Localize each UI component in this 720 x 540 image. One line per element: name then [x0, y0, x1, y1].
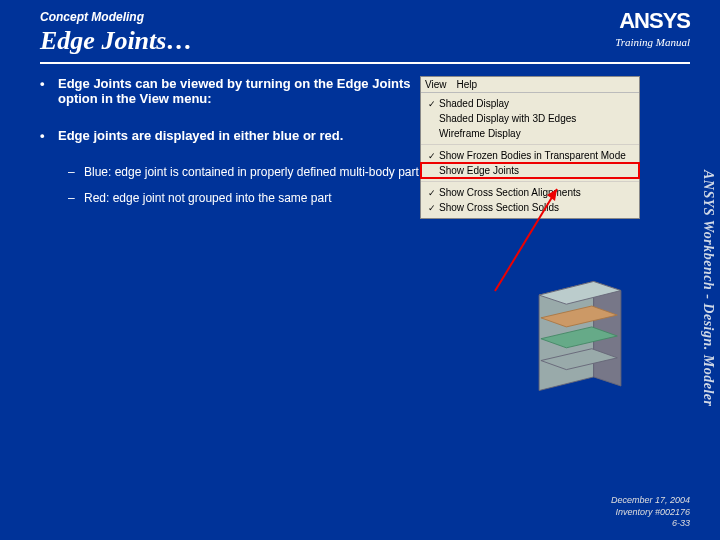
content: • Edge Joints can be viewed by turning o… [0, 64, 720, 219]
text-column: • Edge Joints can be viewed by turning o… [40, 76, 420, 219]
bullet-text: Edge joints are displayed in either blue… [58, 128, 343, 143]
check-icon: ✓ [425, 188, 439, 198]
svg-marker-1 [547, 189, 557, 201]
menu-item: ✓Shaded Display [421, 96, 639, 111]
bullet-dot: • [40, 128, 58, 143]
sub-2: – Red: edge joint not grouped into the s… [68, 191, 420, 205]
ansys-logo: ANSYS [615, 8, 690, 34]
menu-section: ✓Shaded Display Shaded Display with 3D E… [421, 93, 639, 145]
footer-page: 6-33 [611, 518, 690, 530]
training-label: Training Manual [615, 36, 690, 48]
shelf-3d-figure [530, 276, 630, 396]
menubar: View Help [421, 77, 639, 93]
sub-text: Red: edge joint not grouped into the sam… [84, 191, 332, 205]
figure-column: View Help ✓Shaded Display Shaded Display… [420, 76, 685, 219]
footer: December 17, 2004 Inventory #002176 6-33 [611, 495, 690, 530]
slide-title: Edge Joints… [40, 26, 680, 56]
footer-inventory: Inventory #002176 [611, 507, 690, 519]
slide-header: Concept Modeling Edge Joints… ANSYS Trai… [0, 0, 720, 56]
bullet-dot: • [40, 76, 58, 106]
menu-section: ✓Show Frozen Bodies in Transparent Mode … [421, 145, 639, 182]
check-icon: ✓ [425, 151, 439, 161]
logo-block: ANSYS Training Manual [615, 8, 690, 48]
check-icon: ✓ [425, 203, 439, 213]
footer-date: December 17, 2004 [611, 495, 690, 507]
menu-item: ✓Show Frozen Bodies in Transparent Mode [421, 148, 639, 163]
menu-view: View [425, 79, 447, 90]
menu-help: Help [457, 79, 478, 90]
sub-text: Blue: edge joint is contained in properl… [84, 165, 419, 179]
supertitle: Concept Modeling [40, 10, 680, 24]
menu-item-highlighted: Show Edge Joints [421, 163, 639, 178]
check-icon: ✓ [425, 99, 439, 109]
menu-item: Shaded Display with 3D Edges [421, 111, 639, 126]
bullet-text: Edge Joints can be viewed by turning on … [58, 76, 420, 106]
dash: – [68, 191, 84, 205]
sub-1: – Blue: edge joint is contained in prope… [68, 165, 420, 179]
sidebar-label: ANSYS Workbench - Design. Modeler [698, 78, 716, 498]
bullet-2: • Edge joints are displayed in either bl… [40, 128, 420, 143]
menu-item: Wireframe Display [421, 126, 639, 141]
dash: – [68, 165, 84, 179]
bullet-1: • Edge Joints can be viewed by turning o… [40, 76, 420, 106]
